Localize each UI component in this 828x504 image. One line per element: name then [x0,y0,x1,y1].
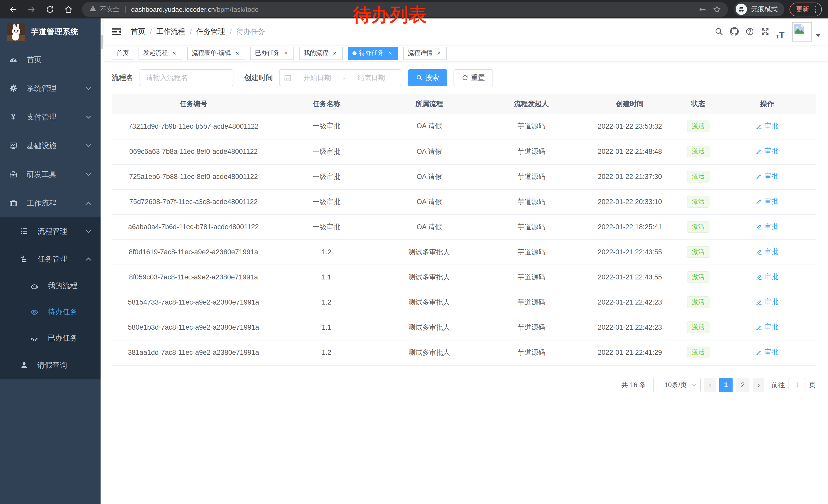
col-process: 所属流程 [378,94,481,114]
tab-process-detail[interactable]: 流程详情× [403,46,447,60]
breadcrumb-item[interactable]: 工作流程 [157,27,185,36]
table-row: 069c6a63-7b8a-11ec-8ef0-acde48001122一级审批… [112,139,816,164]
tab-close-icon[interactable]: × [171,50,177,56]
avatar-caret-down-icon[interactable] [816,34,821,37]
date-range-picker[interactable]: 开始日期 - 结束日期 [279,69,401,86]
tab-close-icon[interactable]: × [283,50,289,56]
sidebar-item-devtools[interactable]: 研发工具 [0,160,100,189]
tab-home[interactable]: 首页 [112,46,133,60]
status-badge: 激活 [687,196,709,208]
chevron-down-icon [86,172,91,177]
sidebar-item-my-process[interactable]: 我的流程 [0,273,100,299]
table-row: 58154733-7ac8-11ec-a9e2-a2380e71991a1.2测… [112,290,816,315]
browser-back-icon[interactable] [5,2,20,17]
reset-button[interactable]: 重置 [454,69,493,86]
browser-forward-icon[interactable] [24,2,39,17]
browser-menu-icon[interactable] [814,5,817,14]
tab-todo-tasks[interactable]: 待办任务× [348,46,398,60]
fullscreen-icon[interactable] [757,24,773,39]
sidebar-item-payment[interactable]: ¥ 支付管理 [0,102,100,131]
approve-link[interactable]: 审批 [756,122,779,131]
dashboard-icon [9,55,18,63]
breadcrumb-item[interactable]: 任务管理 [197,27,225,36]
sidebar-item-todo-tasks[interactable]: 待办任务 [0,299,100,325]
font-size-icon[interactable]: TT [773,24,788,39]
tab-done-tasks[interactable]: 已办任务× [250,46,294,60]
status-badge: 激活 [687,121,709,132]
sidebar-item-system[interactable]: 系统管理 [0,74,100,102]
incognito-badge: 无痕模式 [734,2,784,16]
person-icon [19,361,29,369]
approve-link[interactable]: 审批 [756,273,779,282]
breadcrumb-item[interactable]: 首页 [131,27,145,36]
process-name-input[interactable] [139,69,234,86]
tab-my-process[interactable]: 我的流程× [299,46,343,60]
approve-link[interactable]: 审批 [756,323,779,332]
sidebar-collapse-icon[interactable] [111,27,122,37]
next-page-button[interactable]: › [753,378,764,392]
sidebar: 芋道管理系统 首页 系统管理 ¥ [0,18,100,504]
approve-link[interactable]: 审批 [756,247,779,257]
search-button[interactable]: 搜索 [408,69,447,86]
chevron-down-icon [86,143,91,148]
status-badge: 激活 [687,321,709,333]
sidebar-item-task-management[interactable]: 任务管理 [0,245,100,273]
tab-close-icon[interactable]: × [331,50,338,56]
status-badge: 激活 [687,271,709,283]
sidebar-item-home[interactable]: 首页 [0,45,100,74]
total-count-label: 共 16 条 [622,380,646,390]
sidebar-item-done-tasks[interactable]: 已办任务 [0,325,100,351]
avatar[interactable] [792,22,812,41]
sidebar-item-label: 待办任务 [48,307,91,317]
browser-update-button[interactable]: 更新 [790,2,822,16]
page-size-value: 10条/页 [660,380,692,390]
password-key-icon[interactable] [698,5,706,13]
workflow-submenu: 流程管理 任务管理 我的流程 [0,217,100,379]
tab-close-icon[interactable]: × [234,50,241,56]
sidebar-item-leave-query[interactable]: 请假查询 [0,351,100,379]
sidebar-item-label: 工作流程 [27,198,86,208]
prev-page-button[interactable]: ‹ [704,378,716,392]
sidebar-scrollbar[interactable] [100,18,104,504]
tab-close-icon[interactable]: × [436,50,442,56]
tab-close-icon[interactable]: × [387,50,394,56]
breadcrumb-separator: / [150,28,152,36]
start-date-placeholder[interactable]: 开始日期 [292,73,342,82]
github-icon[interactable] [727,24,742,39]
sidebar-item-workflow[interactable]: 工作流程 [0,189,100,217]
eye-closed-icon [30,334,39,342]
approve-link[interactable]: 审批 [756,222,779,231]
approve-link[interactable]: 审批 [756,172,779,181]
sidebar-item-process-management[interactable]: 流程管理 [0,217,100,245]
yen-icon: ¥ [9,113,18,121]
browser-refresh-icon[interactable] [42,2,57,17]
approve-link[interactable]: 审批 [756,197,779,207]
page-size-select[interactable]: 10条/页 [653,378,701,392]
search-icon[interactable] [711,24,727,39]
tab-start-process[interactable]: 发起流程× [138,46,182,60]
browser-home-icon[interactable] [60,2,76,17]
process-name-label: 流程名 [112,73,133,82]
approve-link[interactable]: 审批 [756,147,779,156]
end-date-placeholder[interactable]: 结束日期 [346,73,396,82]
bookmark-star-icon[interactable] [713,5,721,13]
approve-link[interactable]: 审批 [756,297,779,307]
update-label[interactable]: 更新 [796,5,809,13]
page-button-2[interactable]: 2 [736,378,749,392]
approve-link[interactable]: 审批 [756,348,779,357]
help-icon[interactable] [742,24,757,39]
page-unit-label: 页 [809,380,816,390]
tab-process-form-edit[interactable]: 流程表单-编辑× [187,46,245,60]
status-badge: 激活 [687,246,709,258]
page-button-1[interactable]: 1 [719,378,733,392]
sidebar-item-label: 基础设施 [27,141,86,150]
sidebar-item-label: 任务管理 [37,254,86,264]
sidebar-logo-row[interactable]: 芋道管理系统 [0,18,100,45]
url-path[interactable]: /bpm/task/todo [215,5,259,13]
app-title: 芋道管理系统 [31,27,79,37]
sidebar-item-infrastructure[interactable]: 基础设施 [0,131,100,160]
url-host[interactable]: dashboard.yudao.iocoder.cn [131,5,215,13]
goto-page-input[interactable] [788,378,805,392]
security-label[interactable]: 不安全 [100,5,119,13]
not-secure-warning-icon[interactable] [89,5,96,14]
